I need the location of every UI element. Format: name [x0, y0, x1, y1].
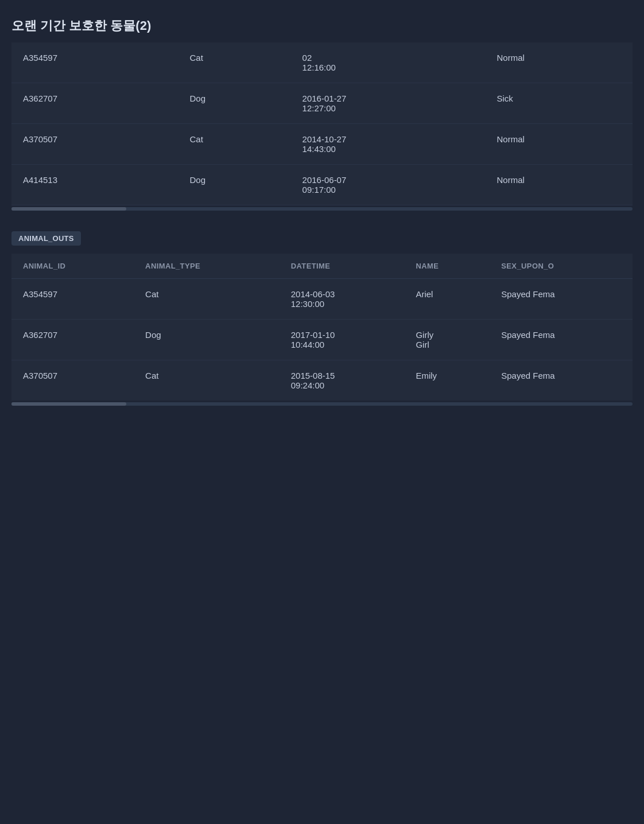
animal-outs-tag[interactable]: ANIMAL_OUTS	[11, 231, 81, 246]
bottom-scrollbar-thumb	[11, 402, 126, 406]
cell-animal-id: A414513	[11, 165, 179, 205]
top-scrollbar-track	[11, 207, 633, 211]
table-row: A414513 Dog 2016-06-0709:17:00 Normal	[11, 165, 633, 205]
cell-animal-type: Cat	[134, 360, 280, 401]
cell-sex-upon: Spayed Fema	[490, 279, 633, 320]
cell-animal-id: A354597	[11, 42, 179, 83]
top-table-wrapper: A354597 Cat 0212:16:00 Normal A362707 Do…	[11, 42, 633, 214]
animal-outs-table: ANIMAL_ID ANIMAL_TYPE DATETIME NAME SEX_…	[11, 254, 633, 401]
table-row: A354597 Cat 0212:16:00 Normal	[11, 42, 633, 83]
page-container: 오랜 기간 보호한 동물(2) A354597 Cat 0212:16:00 N…	[0, 0, 644, 438]
cell-datetime: 2016-06-0709:17:00	[291, 165, 486, 205]
bottom-scrollbar[interactable]	[11, 402, 633, 409]
table-row: A362707 Dog 2017-01-1010:44:00 GirlyGirl…	[11, 320, 633, 360]
cell-sex-upon: Spayed Fema	[490, 320, 633, 360]
animal-outs-table-wrapper: ANIMAL_ID ANIMAL_TYPE DATETIME NAME SEX_…	[11, 254, 633, 409]
cell-datetime: 2017-01-1010:44:00	[280, 320, 405, 360]
cell-animal-id: A362707	[11, 320, 134, 360]
header-datetime: DATETIME	[280, 254, 405, 279]
header-animal-id: ANIMAL_ID	[11, 254, 134, 279]
top-table: A354597 Cat 0212:16:00 Normal A362707 Do…	[11, 42, 633, 205]
cell-name: Ariel	[404, 279, 490, 320]
cell-name: GirlyGirl	[404, 320, 490, 360]
cell-animal-type: Cat	[179, 124, 291, 165]
cell-datetime: 2014-06-0312:30:00	[280, 279, 405, 320]
cell-condition: Normal	[485, 124, 633, 165]
cell-animal-type: Dog	[134, 320, 280, 360]
table-row: A362707 Dog 2016-01-2712:27:00 Sick	[11, 83, 633, 124]
table-row: A354597 Cat 2014-06-0312:30:00 Ariel Spa…	[11, 279, 633, 320]
cell-name: Emily	[404, 360, 490, 401]
cell-datetime: 0212:16:00	[291, 42, 486, 83]
table-row: A370507 Cat 2014-10-2714:43:00 Normal	[11, 124, 633, 165]
table-header-row: ANIMAL_ID ANIMAL_TYPE DATETIME NAME SEX_…	[11, 254, 633, 279]
cell-datetime: 2016-01-2712:27:00	[291, 83, 486, 124]
cell-datetime: 2014-10-2714:43:00	[291, 124, 486, 165]
cell-animal-type: Cat	[134, 279, 280, 320]
top-scrollbar[interactable]	[11, 207, 633, 214]
cell-animal-type: Cat	[179, 42, 291, 83]
top-scrollbar-thumb	[11, 207, 126, 211]
cell-condition: Normal	[485, 165, 633, 205]
cell-animal-id: A370507	[11, 360, 134, 401]
page-title: 오랜 기간 보호한 동물(2)	[11, 11, 633, 34]
cell-animal-id: A370507	[11, 124, 179, 165]
cell-condition: Sick	[485, 83, 633, 124]
cell-animal-type: Dog	[179, 83, 291, 124]
cell-datetime: 2015-08-1509:24:00	[280, 360, 405, 401]
header-sex-upon: SEX_UPON_O	[490, 254, 633, 279]
cell-condition: Normal	[485, 42, 633, 83]
header-animal-type: ANIMAL_TYPE	[134, 254, 280, 279]
cell-animal-id: A362707	[11, 83, 179, 124]
header-name: NAME	[404, 254, 490, 279]
cell-animal-type: Dog	[179, 165, 291, 205]
bottom-scrollbar-track	[11, 402, 633, 406]
cell-sex-upon: Spayed Fema	[490, 360, 633, 401]
cell-animal-id: A354597	[11, 279, 134, 320]
table-row: A370507 Cat 2015-08-1509:24:00 Emily Spa…	[11, 360, 633, 401]
